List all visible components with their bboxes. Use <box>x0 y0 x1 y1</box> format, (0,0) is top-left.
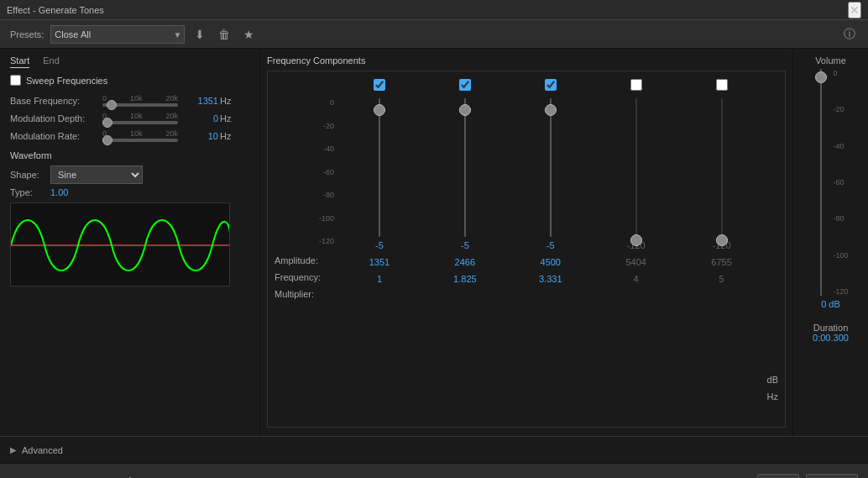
volume-fader-container <box>813 69 829 296</box>
waveform-section-label: Waveform <box>10 150 249 160</box>
multiplier-value-1: 1 <box>377 271 382 287</box>
freq-col-1: -513511 <box>337 75 421 423</box>
amplitude-row-label: Amplitude: <box>275 252 337 269</box>
hz-label: Hz <box>767 388 778 405</box>
enable-row-3 <box>545 75 557 95</box>
db-hz-col: dB Hz <box>767 75 778 423</box>
fader-track-5 <box>721 98 723 237</box>
freq-col-5: -12067555 <box>680 75 764 423</box>
freq-enable-checkbox-4[interactable] <box>630 79 642 91</box>
amplitude-value-1: -5 <box>375 237 384 254</box>
presets-select[interactable]: Close All <box>50 25 185 44</box>
base-frequency-row: Base Frequency: 0 10k 20k 1351 Hz <box>10 94 249 107</box>
frequency-value-3: 4500 <box>541 254 561 271</box>
fader-knob-3[interactable] <box>545 104 557 116</box>
center-panel: Frequency Components 0 -20 -40 -60 -80 -… <box>260 49 792 436</box>
tab-start[interactable]: Start <box>10 55 29 68</box>
freq-enable-checkbox-3[interactable] <box>545 79 557 91</box>
main-content: Start End Sweep Frequencies Base Frequen… <box>0 49 868 436</box>
type-row: Type: 1.00 <box>10 187 249 197</box>
type-value: 1.00 <box>50 187 68 197</box>
multiplier-value-4: 4 <box>634 271 639 287</box>
multiplier-value-2: 1.825 <box>453 271 477 287</box>
frequency-value-5: 6755 <box>711 254 731 271</box>
freq-col-2: -524661.825 <box>423 75 507 423</box>
fader-track-1 <box>379 98 380 237</box>
fader-knob-5[interactable] <box>716 234 728 246</box>
modulation-rate-slider[interactable] <box>102 139 178 142</box>
multiplier-value-3: 3.331 <box>539 271 562 287</box>
base-frequency-unit: Hz <box>220 96 231 106</box>
shape-label: Shape: <box>10 170 44 180</box>
fader-area-4 <box>620 98 653 237</box>
volume-track <box>820 69 822 296</box>
modulation-depth-slider[interactable] <box>102 121 178 124</box>
fader-knob-1[interactable] <box>374 104 385 116</box>
duration-section: Duration 0:00.300 <box>813 323 849 343</box>
base-frequency-value: 1351 <box>185 96 218 106</box>
modulation-depth-unit: Hz <box>220 113 231 123</box>
right-panel: Volume 0 -20 -40 -60 -80 -100 -120 0 dB … <box>792 49 868 436</box>
advanced-label: Advanced <box>22 445 63 455</box>
freq-label-col: 0 -20 -40 -60 -80 -100 -120 Amplitude: F… <box>275 75 337 423</box>
shape-select[interactable]: Sine Square Triangle Sawtooth <box>50 165 143 184</box>
close-window-button[interactable]: ✕ <box>848 2 861 18</box>
modulation-rate-label: Modulation Rate: <box>10 131 102 141</box>
waveform-preview <box>10 202 230 286</box>
fader-knob-2[interactable] <box>459 104 471 116</box>
shape-row: Shape: Sine Square Triangle Sawtooth <box>10 165 249 184</box>
fader-track-3 <box>550 98 552 237</box>
play-button[interactable]: ▶ <box>91 475 111 478</box>
fader-area-5 <box>705 98 739 237</box>
tabs: Start End <box>10 55 249 68</box>
left-panel: Start End Sweep Frequencies Base Frequen… <box>0 49 260 436</box>
freq-columns-container: 0 -20 -40 -60 -80 -100 -120 Amplitude: F… <box>267 71 786 428</box>
freq-enable-checkbox-5[interactable] <box>716 79 728 91</box>
advanced-row[interactable]: ▶ Advanced <box>0 436 868 463</box>
volume-handle[interactable] <box>815 71 827 83</box>
tab-end[interactable]: End <box>43 55 60 68</box>
info-button[interactable]: ⓘ <box>841 26 858 43</box>
fader-area-3 <box>534 98 567 237</box>
favorite-preset-button[interactable]: ★ <box>240 26 258 43</box>
amplitude-value-2: -5 <box>461 237 469 254</box>
base-frequency-slider[interactable] <box>102 103 178 107</box>
enable-row-1 <box>374 75 385 95</box>
presets-bar: Presets: Close All ▼ ⬇ 🗑 ★ ⓘ <box>0 20 868 49</box>
modulation-rate-row: Modulation Rate: 0 10k 20k 10 Hz <box>10 129 249 142</box>
sweep-checkbox[interactable] <box>10 75 21 86</box>
modulation-depth-value: 0 <box>185 113 218 123</box>
frequency-value-2: 2466 <box>455 254 475 271</box>
fader-track-4 <box>635 98 637 237</box>
modulation-rate-unit: Hz <box>220 131 231 141</box>
waveform-svg <box>11 203 230 286</box>
freq-enable-checkbox-2[interactable] <box>459 79 471 91</box>
delete-preset-button[interactable]: 🗑 <box>215 26 233 43</box>
fader-area-2 <box>448 98 482 237</box>
presets-select-wrapper: Close All ▼ <box>50 25 185 44</box>
frequency-value-4: 5404 <box>625 254 646 271</box>
volume-label: Volume <box>815 55 846 66</box>
freq-col-3: -545003.331 <box>509 75 593 423</box>
enable-row-2 <box>459 75 471 95</box>
freq-col-4: -12054044 <box>594 75 678 423</box>
advanced-arrow-icon: ▶ <box>10 445 17 454</box>
download-preset-button[interactable]: ⬇ <box>191 26 208 43</box>
volume-scale: 0 -20 -40 -60 -80 -100 -120 <box>833 69 848 296</box>
modulation-depth-row: Modulation Depth: 0 10k 20k 0 Hz <box>10 112 249 124</box>
db-label: dB <box>767 371 778 388</box>
close-button[interactable]: Close <box>806 474 858 479</box>
volume-fader-area: 0 -20 -40 -60 -80 -100 -120 <box>813 69 848 296</box>
ok-button[interactable]: OK <box>757 474 799 479</box>
fader-knob-4[interactable] <box>630 234 642 246</box>
frequency-value-1: 1351 <box>369 254 390 271</box>
title-bar: Effect - Generate Tones ✕ <box>0 0 868 20</box>
freq-enable-checkbox-1[interactable] <box>374 79 385 91</box>
sweep-row: Sweep Frequencies <box>10 75 249 86</box>
bottom-bar: In: L, R | Out: L, R ▶ OK Close <box>0 463 868 478</box>
export-button[interactable] <box>118 474 143 478</box>
type-label: Type: <box>10 187 44 197</box>
scale-labels: 0 -20 -40 -60 -80 -100 -120 <box>275 98 337 245</box>
modulation-rate-value: 10 <box>185 131 218 141</box>
freq-components-title: Frequency Components <box>267 55 786 66</box>
